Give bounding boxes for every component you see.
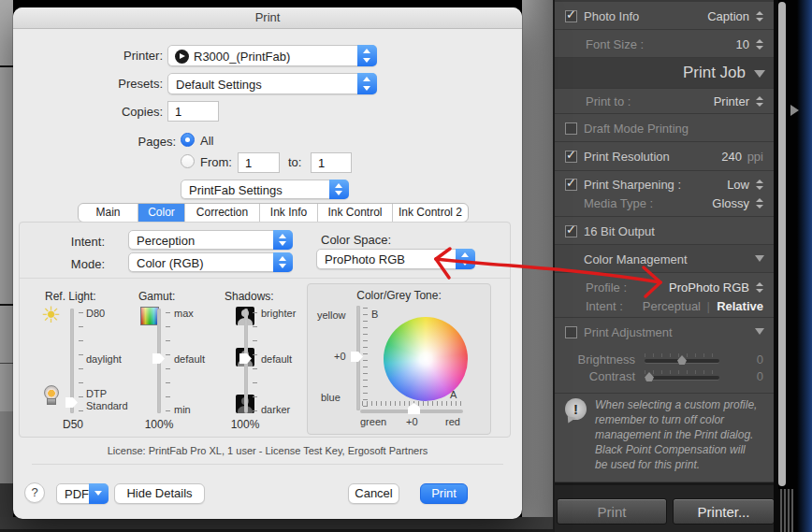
dialog-titlebar[interactable]: Print [13, 7, 522, 29]
print-sharpening-checkbox[interactable] [565, 179, 577, 191]
ref-light-tick-top: D80 [86, 308, 105, 319]
popup-stepper-icon [456, 249, 475, 269]
shadows-ticks [253, 312, 257, 411]
print-resolution-checkbox[interactable] [565, 151, 577, 163]
ref-light-tick-mid: daylight [86, 353, 122, 365]
warning-icon: ! [565, 398, 587, 420]
copies-input[interactable] [167, 101, 219, 122]
media-type-value[interactable]: Glossy [712, 196, 749, 210]
tab-color[interactable]: Color [138, 204, 185, 222]
tab-ink-info[interactable]: Ink Info [260, 204, 318, 222]
gamut-value: 100% [133, 418, 185, 431]
profile-intent-row: Profile : ProPhoto RGB Intent : Perceptu… [555, 273, 776, 318]
print-job-title: Print Job [683, 64, 746, 82]
presets-popup[interactable]: Default Settings [167, 73, 377, 94]
print-adjustment-row: Print Adjustment Brightness 0 Contrast 0 [555, 318, 776, 394]
print-sharpening-value[interactable]: Low [727, 178, 749, 192]
stepper-icon[interactable] [756, 96, 764, 108]
shadows-value: 100% [219, 418, 271, 431]
photo-info-label: Photo Info [584, 9, 639, 23]
pages-from-radio[interactable] [181, 154, 195, 168]
cancel-button[interactable]: Cancel [348, 483, 399, 504]
popup-stepper-icon [357, 45, 377, 66]
collapse-triangle-icon[interactable] [755, 328, 764, 335]
print-to-value[interactable]: Printer [714, 94, 749, 108]
profile-value[interactable]: ProPhoto RGB [669, 280, 749, 295]
collapse-triangle-icon[interactable] [755, 255, 764, 262]
collapse-triangle-icon[interactable] [754, 70, 765, 78]
gamut-label: Gamut: [138, 290, 175, 303]
tone-vertical-thumb[interactable] [351, 351, 363, 363]
photo-info-value[interactable]: Caption [707, 9, 749, 23]
ref-light-tick-bottom: DTP Standard [86, 388, 138, 412]
footer-divider [32, 464, 503, 465]
contrast-slider-track[interactable] [645, 376, 719, 380]
print-sharpening-row: Print Sharpening : Low Media Type : Glos… [555, 171, 776, 217]
mode-label: Mode: [39, 257, 105, 271]
tab-ink-control[interactable]: Ink Control [318, 204, 393, 222]
intent-popup-value: Perception [137, 233, 195, 247]
popup-stepper-icon [357, 73, 377, 94]
background-line [0, 65, 13, 67]
dialog-title: Print [13, 7, 522, 28]
stepper-icon[interactable] [756, 282, 764, 294]
16-bit-output-label: 16 Bit Output [584, 224, 655, 238]
color-space-popup-value: ProPhoto RGB [325, 252, 405, 266]
pages-from-label: From: [200, 155, 232, 169]
draft-mode-checkbox[interactable] [565, 122, 577, 135]
photo-info-checkbox[interactable] [565, 10, 577, 22]
draft-mode-row: Draft Mode Printing [555, 114, 776, 142]
stepper-icon[interactable] [756, 39, 764, 50]
tone-title: Color/Grey Tone: [308, 289, 490, 302]
printer-popup[interactable]: R3000_(PrintFab) [167, 45, 377, 66]
background-line [0, 363, 13, 364]
16-bit-output-checkbox[interactable] [565, 225, 577, 237]
panel-print-button[interactable]: Print [557, 498, 667, 525]
tone-a-label: A [450, 389, 457, 400]
divider [20, 278, 510, 279]
16-bit-output-row: 16 Bit Output [555, 217, 776, 245]
stepper-icon[interactable] [756, 198, 764, 209]
print-adjustment-label: Print Adjustment [584, 325, 673, 339]
contrast-ticks [645, 370, 719, 374]
stepper-icon[interactable] [756, 11, 764, 22]
profile-label: Profile : [586, 280, 627, 295]
pdf-menu-button[interactable]: PDF [56, 483, 109, 504]
tab-main[interactable]: Main [79, 204, 138, 222]
print-job-header[interactable]: Print Job [555, 58, 776, 89]
ref-light-ticks [79, 312, 83, 411]
pages-all-radio[interactable] [181, 133, 195, 147]
color-space-popup[interactable]: ProPhoto RGB [316, 249, 475, 269]
pages-from-input[interactable] [238, 152, 280, 173]
tab-ink-control-2[interactable]: Ink Control 2 [393, 204, 468, 222]
printfab-settings-popup[interactable]: PrintFab Settings [181, 180, 349, 199]
print-button[interactable]: Print [420, 483, 468, 504]
mode-popup[interactable]: Color (RGB) [128, 252, 293, 272]
stepper-icon[interactable] [756, 180, 764, 191]
panel-scrollbar[interactable] [778, 2, 786, 486]
background-bottom-strip [0, 517, 553, 532]
print-adjustment-checkbox[interactable] [565, 326, 577, 338]
corner-grip[interactable] [778, 489, 793, 532]
print-resolution-value[interactable]: 240 [721, 150, 742, 164]
background-gap [522, 0, 553, 517]
gamut-rainbow-icon [140, 307, 159, 325]
right-edge-blue-glow [797, 0, 812, 532]
intent-popup[interactable]: Perception [128, 230, 293, 250]
pages-to-input[interactable] [311, 152, 352, 173]
color-management-header[interactable]: Color Management [555, 245, 776, 273]
brightness-label: Brightness [564, 352, 635, 367]
background-line [0, 304, 13, 306]
intent-relative-option[interactable]: Relative [717, 299, 763, 313]
font-size-value[interactable]: 10 [736, 37, 749, 51]
media-type-label: Media Type : [584, 196, 653, 210]
shadows-tick-mid: default [261, 353, 292, 365]
panel-printer-button[interactable]: Printer... [673, 498, 775, 525]
panel-toggle-arrow-icon[interactable] [790, 105, 799, 116]
help-button[interactable]: ? [24, 482, 45, 503]
pdf-label: PDF [65, 487, 89, 501]
print-resolution-unit: ppi [747, 150, 763, 164]
tab-correction[interactable]: Correction [185, 204, 260, 222]
intent-perceptual-option[interactable]: Perceptual [643, 299, 701, 313]
hide-details-button[interactable]: Hide Details [114, 483, 205, 504]
